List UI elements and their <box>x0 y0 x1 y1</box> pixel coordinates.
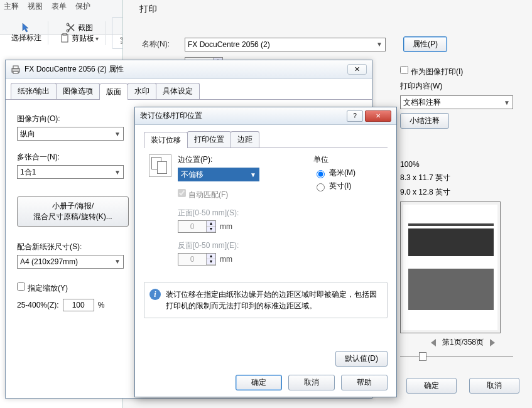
defaults-button[interactable]: 默认值(D) <box>335 351 388 367</box>
custom-zoom-label: 指定缩放(Y) <box>28 284 68 293</box>
scale-input[interactable] <box>63 299 94 311</box>
paper-size-2: 9.0 x 12.8 英寸 <box>400 187 526 198</box>
front-label: 正面[0-50 mm](S): <box>178 208 298 218</box>
spin-down-icon: ▾ <box>207 227 215 232</box>
custom-zoom-checkbox[interactable] <box>17 282 25 291</box>
fit-select[interactable]: A4 (210x297mm)▼ <box>17 255 124 269</box>
unit-mm-radio[interactable] <box>317 170 325 178</box>
mm-label: mm <box>220 255 232 264</box>
chevron-down-icon: ▼ <box>376 41 383 48</box>
chevron-down-icon: ▼ <box>114 169 121 176</box>
props-title: FX DocuCentre 2056 (2) 属性 <box>24 64 124 75</box>
page-indicator: 第1页/358页 <box>442 337 484 348</box>
properties-button[interactable]: 属性(P) <box>403 36 447 52</box>
select-annotation-label[interactable]: 选择标注 <box>11 33 41 43</box>
scissors-icon <box>66 23 76 33</box>
info-icon: i <box>149 289 161 300</box>
booklet-button[interactable]: 小册子/海报/ 混合尺寸原稿/旋转(K)... <box>17 196 129 227</box>
print-cancel-button[interactable]: 取消 <box>469 378 519 394</box>
ribbon-tab[interactable]: 主释 <box>4 1 19 12</box>
back-input <box>178 254 206 265</box>
chevron-down-icon: ▼ <box>504 99 510 106</box>
tab-layout[interactable]: 版面 <box>99 83 128 100</box>
tab-image-options[interactable]: 图像选项 <box>56 83 100 99</box>
ribbon-tab[interactable]: 保护 <box>75 1 90 12</box>
back-spinner: ▴▾ <box>178 253 216 266</box>
ribbon-tab[interactable]: 表单 <box>52 1 67 12</box>
printer-icon <box>11 65 21 74</box>
printer-select-value: FX DocuCentre 2056 (2) <box>188 40 270 49</box>
orientation-value: 纵向 <box>20 129 35 139</box>
front-input <box>178 221 206 232</box>
zoom-slider[interactable] <box>400 353 513 360</box>
svg-rect-3 <box>63 33 67 35</box>
info-text: 装订位移在指定由纸张边缘开始的边距区域时即被确定，包括因打印机的限制而无法打印到… <box>166 290 377 310</box>
unit-in-label: 英寸(I) <box>329 181 351 191</box>
orientation-select[interactable]: 纵向▼ <box>17 127 124 141</box>
print-preview <box>400 201 501 333</box>
clipboard-label[interactable]: 剪贴板 <box>72 33 99 44</box>
slider-thumb[interactable] <box>419 352 426 361</box>
svg-rect-6 <box>13 66 18 68</box>
content-select-value: 文档和注释 <box>403 97 441 108</box>
ribbon-tab[interactable]: 视图 <box>28 1 43 12</box>
binding-offset-dialog: 装订位移/打印位置 ? ✕ 装订位移 打印位置 边距 边位置(P): 不偏移▼ <box>134 107 397 397</box>
print-right-column: 作为图像打印(I) 打印内容(W) 文档和注释▼ 小结注释 100% 8.3 x… <box>400 66 526 394</box>
page-pair-icon <box>149 154 171 177</box>
tab-print-position[interactable]: 打印位置 <box>187 131 231 148</box>
tab-binding-offset[interactable]: 装订位移 <box>144 132 188 148</box>
printer-select[interactable]: FX DocuCentre 2056 (2)▼ <box>185 38 386 51</box>
unit-label: 单位 <box>313 154 383 165</box>
prev-page-icon[interactable] <box>431 339 436 346</box>
unit-in-radio[interactable] <box>317 183 325 191</box>
info-box: i 装订位移在指定由纸张边缘开始的边距区域时即被确定，包括因打印机的限制而无法打… <box>144 282 388 318</box>
spin-down-icon: ▾ <box>207 259 215 265</box>
booklet-line1: 小册子/海报/ <box>52 201 94 210</box>
chevron-down-icon: ▼ <box>250 171 256 178</box>
ribbon-group-clip: 截图 剪贴板 <box>53 21 106 45</box>
nup-select[interactable]: 1合1▼ <box>17 165 124 179</box>
percent-label: % <box>98 301 105 309</box>
tab-paper-output[interactable]: 纸张/输出 <box>11 83 57 99</box>
as-image-label: 作为图像打印(I) <box>411 67 463 76</box>
printer-name-label: 名称(N): <box>142 39 180 50</box>
summary-button[interactable]: 小结注释 <box>400 113 449 129</box>
bind-help-button[interactable]: 帮助 <box>341 375 388 390</box>
tab-watermark[interactable]: 水印 <box>128 83 156 99</box>
zoom-label: 100% <box>400 160 526 169</box>
bind-title: 装订位移/打印位置 <box>140 110 202 121</box>
paper-size-1: 8.3 x 11.7 英寸 <box>400 173 526 183</box>
content-select[interactable]: 文档和注释▼ <box>400 95 513 109</box>
back-label: 反面[0-50 mm](E): <box>178 240 298 251</box>
nup-value: 1合1 <box>20 167 36 178</box>
chevron-down-icon: ▼ <box>114 131 121 137</box>
help-icon[interactable]: ? <box>347 110 363 122</box>
print-title: 打印 <box>139 4 157 15</box>
print-ok-button[interactable]: 确定 <box>406 378 457 394</box>
unit-mm-label: 毫米(M) <box>329 168 356 178</box>
props-tabs: 纸张/输出 图像选项 版面 水印 具体设定 <box>6 83 372 100</box>
front-spinner: ▴▾ <box>178 220 216 233</box>
tab-margins[interactable]: 边距 <box>231 131 259 148</box>
props-close-button[interactable]: ✕ <box>347 64 367 75</box>
auto-match-label: 自动匹配(F) <box>188 190 228 199</box>
content-label: 打印内容(W) <box>400 81 526 92</box>
chevron-down-icon: ▼ <box>114 258 121 265</box>
bind-cancel-button[interactable]: 取消 <box>288 375 335 390</box>
tab-detail-settings[interactable]: 具体设定 <box>156 83 200 99</box>
bind-ok-button[interactable]: 确定 <box>236 375 282 390</box>
booklet-line2: 混合尺寸原稿/旋转(K)... <box>33 212 112 221</box>
clipboard-icon <box>60 33 70 43</box>
screenshot-label[interactable]: 截图 <box>78 23 93 33</box>
edge-position-label: 边位置(P): <box>178 154 298 165</box>
scale-range-label: 25-400%(Z): <box>17 301 59 309</box>
as-image-checkbox[interactable] <box>400 66 408 74</box>
mm-label: mm <box>220 222 232 231</box>
fit-value: A4 (210x297mm) <box>20 257 78 266</box>
edge-position-value: 不偏移 <box>181 169 204 180</box>
next-page-icon[interactable] <box>490 339 495 346</box>
edge-position-select[interactable]: 不偏移▼ <box>178 168 259 181</box>
svg-rect-2 <box>62 35 68 42</box>
close-icon[interactable]: ✕ <box>365 110 391 122</box>
auto-match-checkbox <box>178 189 186 197</box>
